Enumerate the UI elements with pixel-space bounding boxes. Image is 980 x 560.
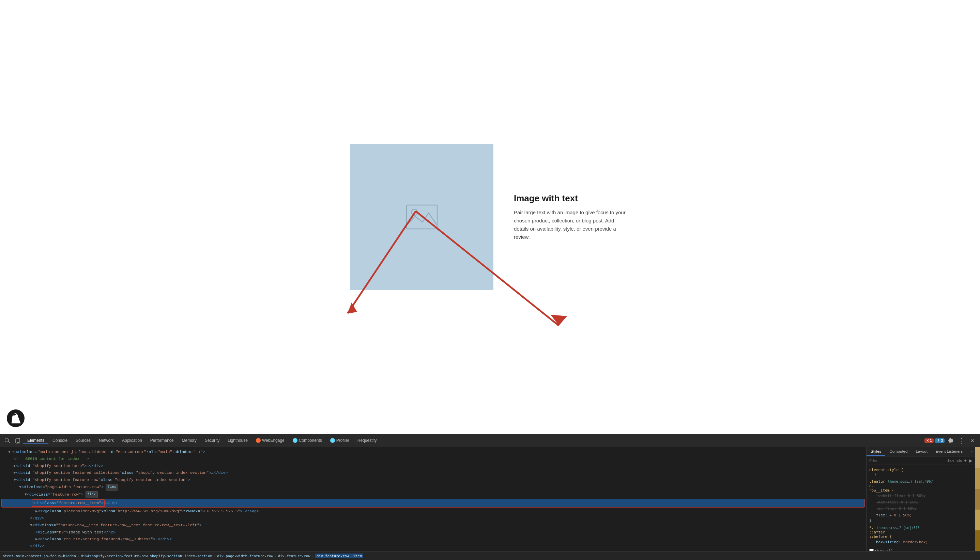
- styles-filter-input[interactable]: [869, 458, 945, 463]
- tab-components[interactable]: Components: [289, 438, 326, 443]
- devtools-main: ▼ <main class="main-content js-focus-hid…: [0, 447, 980, 551]
- css-before-selector: ::before {: [869, 535, 973, 539]
- styles-tab-layout[interactable]: Layout: [912, 447, 932, 456]
- styles-tab-styles[interactable]: Styles: [866, 447, 885, 456]
- tab-application[interactable]: Application: [118, 438, 146, 443]
- tab-console[interactable]: Console: [48, 438, 72, 443]
- show-all-checkbox[interactable]: Show all: [866, 547, 975, 551]
- devtools-tabs: Elements Console Sources Network Applica…: [23, 438, 924, 443]
- breadcrumb-page-width[interactable]: div.page-width.feature-row: [217, 554, 273, 558]
- css-selector-cont: e-: [869, 484, 973, 488]
- tab-requestify[interactable]: Requestify: [353, 438, 381, 443]
- css-prop-webkit-flex: -webkit-flex: 0 1 50%;: [869, 493, 973, 499]
- styles-tab-computed[interactable]: Computed: [885, 447, 912, 456]
- tab-elements[interactable]: Elements: [23, 438, 48, 443]
- css-selector-line2: *, theme.scss…? [sm]:313: [869, 526, 973, 530]
- styles-tab-more[interactable]: »: [968, 447, 975, 456]
- browser-viewport: Image with text Pair large text with an …: [0, 0, 980, 434]
- html-line-highlighted[interactable]: <div class="feature-row__item" > == $0: [2, 499, 865, 508]
- html-line[interactable]: </div>: [0, 515, 866, 522]
- svg-rect-0: [407, 205, 437, 229]
- tab-network[interactable]: Network: [95, 438, 118, 443]
- html-line[interactable]: ▼ <div class="feature-row__item feature-…: [0, 522, 866, 529]
- css-rule-element-style: element.style { }: [866, 467, 975, 477]
- html-line[interactable]: <h2 class="h3" >Image with text</h2>: [0, 529, 866, 536]
- styles-tab-event-listeners[interactable]: Event Listeners: [932, 447, 967, 456]
- breadcrumb-main[interactable]: ntent.main-content.js-focus-hidden: [3, 554, 76, 558]
- filter-add[interactable]: +: [964, 458, 967, 463]
- styles-filter-bar: :hov .cls + ▶: [866, 457, 975, 465]
- html-line[interactable]: ▼ <div class="page-width feature-row" > …: [0, 483, 866, 491]
- css-source: theme.scss…? [sm]:4967: [888, 480, 933, 483]
- styles-panel: Styles Computed Layout Event Listeners »…: [866, 447, 975, 551]
- html-line[interactable]: ▶ <div class="rte rte-setting featured-r…: [0, 536, 866, 543]
- css-after-selector: ::after: [869, 530, 973, 535]
- color-swatch-4: [975, 510, 980, 530]
- error-badge: ✕ 1: [925, 438, 933, 443]
- tab-sources[interactable]: Sources: [72, 438, 95, 443]
- color-swatch-5: [975, 530, 980, 551]
- more-options-button[interactable]: ⋮: [957, 436, 967, 445]
- page-content: Image with text Pair large text with an …: [337, 130, 643, 304]
- filter-more[interactable]: ▶: [969, 458, 973, 463]
- image-text-section: Image with text Pair large text with an …: [514, 193, 630, 241]
- css-prop-ms-flex: -ms-flex: 0 1 50%;: [869, 505, 973, 512]
- section-title: Image with text: [514, 193, 630, 204]
- filter-cls[interactable]: .cls: [956, 458, 962, 463]
- styles-tabs: Styles Computed Layout Event Listeners »: [866, 447, 975, 457]
- svg-marker-5: [347, 302, 357, 313]
- html-line[interactable]: ▶ <div id="shopify-section-featured-coll…: [0, 469, 866, 476]
- css-rule-universal: *, theme.scss…? [sm]:313 ::after ::befor…: [866, 525, 975, 546]
- tab-memory[interactable]: Memory: [178, 438, 201, 443]
- html-line[interactable]: ▼ <div id="shopify-section-feature-row" …: [0, 477, 866, 483]
- color-swatch-2: [975, 468, 980, 489]
- breadcrumb-feature-row-item[interactable]: div.feature-row__item: [315, 553, 363, 558]
- css-close-brace: }: [869, 472, 973, 477]
- css-selector-line: .featur theme.scss…? [sm]:4967: [869, 479, 973, 484]
- info-badge: ⋮ 3: [935, 438, 945, 443]
- tab-security[interactable]: Security: [201, 438, 224, 443]
- settings-button[interactable]: [946, 436, 955, 445]
- svg-point-1: [411, 209, 417, 215]
- filter-hov[interactable]: :hov: [947, 458, 955, 463]
- html-line[interactable]: <!-- BEGIN content_for_index -->: [0, 455, 866, 462]
- css-close-brace2: }: [869, 518, 973, 523]
- tab-webengage[interactable]: WebEngage: [252, 438, 289, 443]
- css-selector: element.style {: [869, 468, 973, 472]
- image-placeholder: [350, 144, 493, 290]
- color-strip: [975, 447, 980, 551]
- breadcrumb-div-feature-row[interactable]: div.feature-row: [278, 554, 311, 558]
- css-prop-moz-flex: -moz-flex: 0 1 50%;: [869, 499, 973, 505]
- devtools-panel: Elements Console Sources Network Applica…: [0, 434, 980, 560]
- breadcrumb-feature-row[interactable]: div#shopify-section-feature-row.shopify-…: [81, 554, 212, 558]
- html-line[interactable]: ▶ <div id="shopify-section-hero" >…</div…: [0, 463, 866, 469]
- inspect-element-button[interactable]: [3, 436, 12, 445]
- devtools-toolbar: Elements Console Sources Network Applica…: [0, 434, 980, 447]
- toggle-device-button[interactable]: [13, 436, 22, 445]
- shopify-badge: [7, 410, 25, 427]
- css-rule-feature-row-item: .featur theme.scss…? [sm]:4967 e- row__i…: [866, 478, 975, 523]
- color-swatch-3: [975, 489, 980, 510]
- html-line[interactable]: ▼ <main class="main-content js-focus-hid…: [0, 448, 866, 455]
- css-selector-star: *,: [869, 526, 874, 530]
- css-prop-box-sizing: box-sizing: border-box;: [869, 539, 973, 545]
- css-selector-text: .featur: [869, 479, 885, 484]
- html-line[interactable]: ▼ <div class="feature-row" > flex: [0, 491, 866, 498]
- css-prop-flex: flex: ▶ 0 1 50%;: [869, 512, 973, 518]
- tab-profiler[interactable]: Profiler: [326, 438, 353, 443]
- css-selector-cont2: row__item {: [869, 488, 973, 493]
- tab-lighthouse[interactable]: Lighthouse: [224, 438, 252, 443]
- toolbar-right: ✕ 1 ⋮ 3 ⋮ ✕: [925, 436, 977, 445]
- styles-content: element.style { } .featur theme.scss…? […: [866, 465, 975, 551]
- close-devtools-button[interactable]: ✕: [968, 436, 977, 445]
- css-source2: theme.scss…? [sm]:313: [876, 526, 919, 530]
- color-swatch-1: [975, 447, 980, 468]
- tab-performance[interactable]: Performance: [146, 438, 178, 443]
- show-all-input[interactable]: [869, 549, 874, 551]
- html-line[interactable]: </div>: [0, 543, 866, 550]
- elements-panel[interactable]: ▼ <main class="main-content js-focus-hid…: [0, 447, 866, 551]
- section-body: Pair large text with an image to give fo…: [514, 208, 630, 241]
- breadcrumb-bar: ntent.main-content.js-focus-hidden › div…: [0, 551, 980, 560]
- svg-marker-4: [551, 315, 567, 326]
- html-line[interactable]: ▶ <svg class="placeholder-svg" xmlns="ht…: [0, 508, 866, 515]
